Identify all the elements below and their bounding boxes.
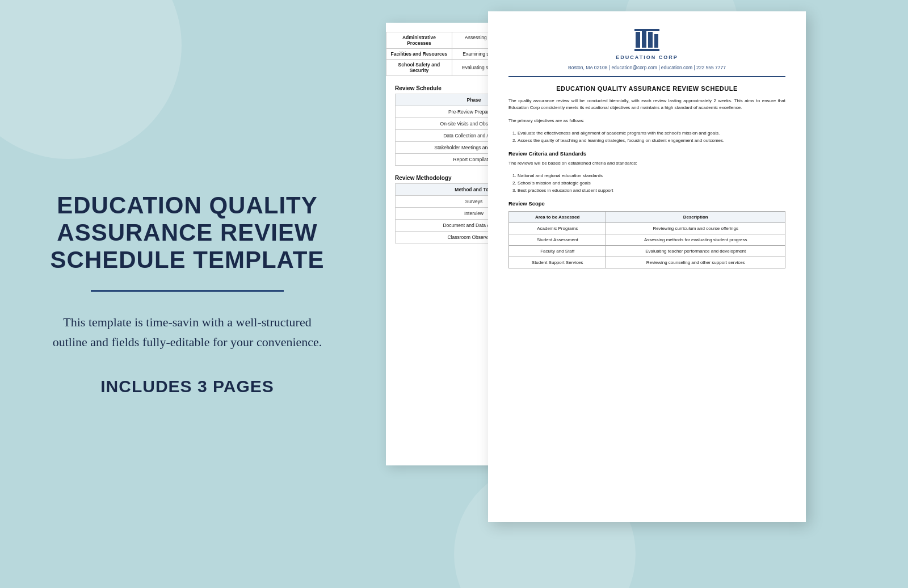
- table-cell: Reviewing curriculum and course offering…: [606, 222, 785, 234]
- svg-rect-5: [634, 29, 659, 31]
- table-cell: Student Support Services: [509, 257, 606, 268]
- includes-label: INCLUDES 3 PAGES: [100, 377, 274, 396]
- table-cell: Facilities and Resources: [386, 49, 452, 60]
- scope-column-header: Area to be Assessed: [509, 211, 606, 222]
- list-item: Evaluate the effectiveness and alignment…: [518, 130, 785, 137]
- title-divider: [91, 290, 284, 292]
- list-item: Assess the quality of teaching and learn…: [518, 137, 785, 145]
- table-cell: Reviewing counseling and other support s…: [606, 257, 785, 268]
- logo-icon: [633, 27, 661, 52]
- logo-section: EDUCATION CORP: [508, 27, 785, 60]
- list-item: National and regional education standard…: [518, 173, 785, 180]
- contact-info: Boston, MA 02108 | education@corp.com | …: [508, 65, 785, 70]
- logo-text: EDUCATION CORP: [616, 54, 678, 60]
- list-item: School's mission and strategic goals: [518, 180, 785, 187]
- objectives-intro: The primary objectives are as follows:: [508, 117, 785, 124]
- main-title: EDUCATION QUALITY ASSURANCE REVIEW SCHED…: [45, 192, 329, 274]
- svg-rect-0: [636, 32, 640, 48]
- table-cell: Faculty and Staff: [509, 245, 606, 257]
- table-cell: Administrative Processes: [386, 32, 452, 49]
- front-doc-title: EDUCATION QUALITY ASSURANCE REVIEW SCHED…: [508, 85, 785, 92]
- svg-rect-1: [642, 30, 646, 48]
- table-cell: Evaluating teacher performance and devel…: [606, 245, 785, 257]
- criteria-title: Review Criteria and Standards: [508, 150, 785, 157]
- table-cell: Student Assessment: [509, 234, 606, 245]
- right-panel: Administrative ProcessesAssessing admini…: [375, 0, 908, 588]
- intro-paragraph: The quality assurance review will be con…: [508, 98, 785, 112]
- scope-table: Area to be AssessedDescription Academic …: [508, 211, 785, 268]
- svg-rect-4: [634, 49, 659, 51]
- svg-rect-2: [648, 32, 653, 48]
- scope-title: Review Scope: [508, 200, 785, 207]
- list-item: Best practices in education and student …: [518, 187, 785, 195]
- front-page: EDUCATION CORP Boston, MA 02108 | educat…: [488, 11, 806, 522]
- front-divider: [508, 76, 785, 77]
- objectives-list: Evaluate the effectiveness and alignment…: [518, 130, 785, 145]
- table-cell: Academic Programs: [509, 222, 606, 234]
- table-cell: School Safety and Security: [386, 60, 452, 76]
- criteria-intro: The reviews will be based on established…: [508, 160, 785, 167]
- svg-rect-3: [654, 34, 658, 48]
- left-panel: EDUCATION QUALITY ASSURANCE REVIEW SCHED…: [0, 0, 375, 588]
- table-cell: Assessing methods for evaluating student…: [606, 234, 785, 245]
- criteria-list: National and regional education standard…: [518, 173, 785, 194]
- scope-column-header: Description: [606, 211, 785, 222]
- subtitle-text: This template is time-savin with a well-…: [45, 312, 329, 352]
